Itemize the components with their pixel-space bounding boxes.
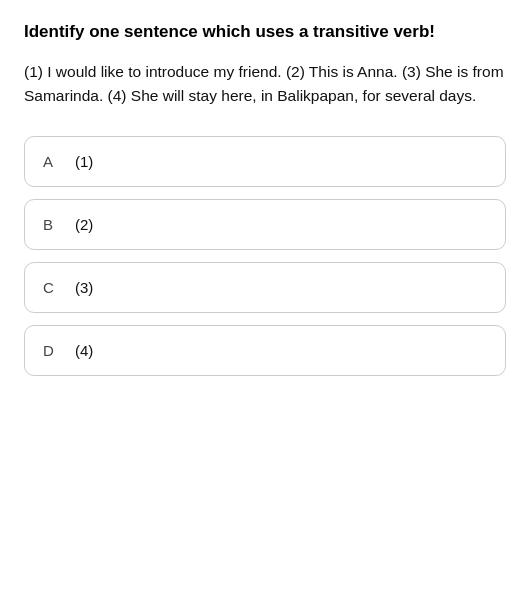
option-letter: C bbox=[43, 279, 59, 296]
option-text: (1) bbox=[75, 153, 93, 170]
question-body: (1) I would like to introduce my friend.… bbox=[24, 60, 506, 108]
option-text: (3) bbox=[75, 279, 93, 296]
option-card[interactable]: B(2) bbox=[24, 199, 506, 250]
option-text: (4) bbox=[75, 342, 93, 359]
option-card[interactable]: A(1) bbox=[24, 136, 506, 187]
option-letter: A bbox=[43, 153, 59, 170]
option-letter: B bbox=[43, 216, 59, 233]
options-container: A(1)B(2)C(3)D(4) bbox=[24, 136, 506, 376]
option-card[interactable]: C(3) bbox=[24, 262, 506, 313]
option-letter: D bbox=[43, 342, 59, 359]
option-card[interactable]: D(4) bbox=[24, 325, 506, 376]
question-title: Identify one sentence which uses a trans… bbox=[24, 20, 506, 44]
option-text: (2) bbox=[75, 216, 93, 233]
